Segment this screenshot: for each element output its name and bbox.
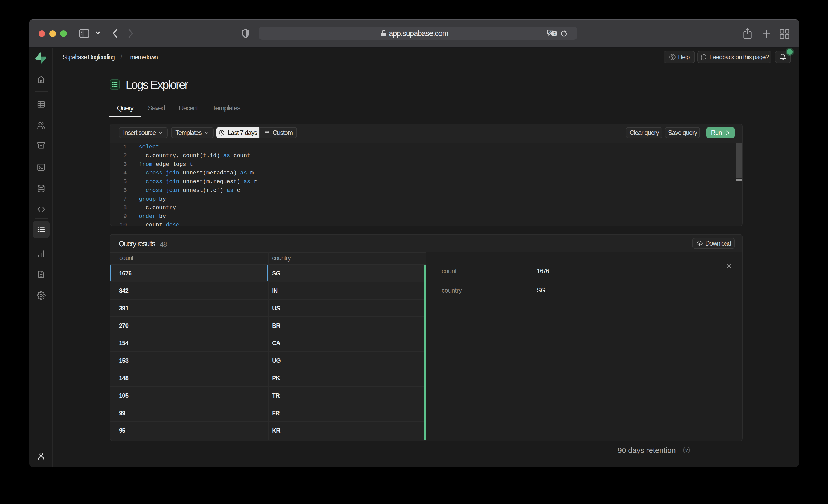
svg-text:文: 文 <box>553 32 556 36</box>
svg-text:A: A <box>549 30 551 34</box>
